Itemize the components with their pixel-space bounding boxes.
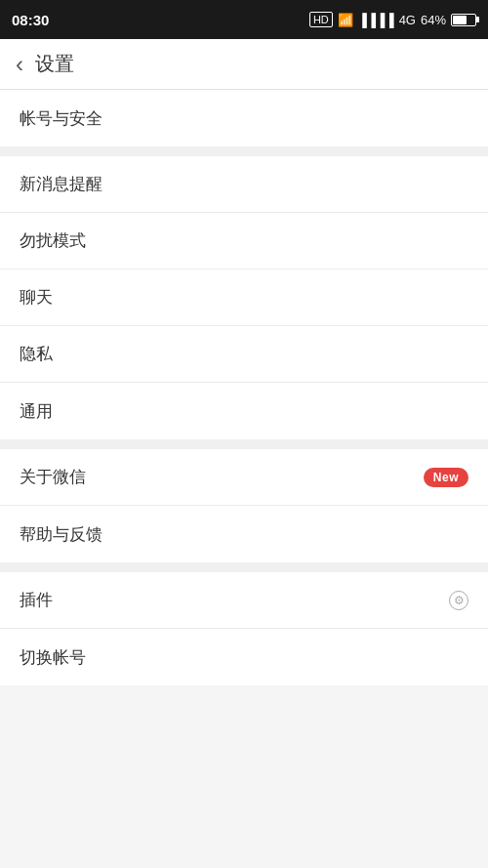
- group-separator: [0, 439, 488, 449]
- battery-percent: 64%: [421, 13, 446, 27]
- status-bar: 08:30 HD 📶 ▐▐▐▐ 4G 64%: [0, 0, 488, 39]
- settings-item-chat[interactable]: 聊天: [0, 269, 488, 326]
- settings-item-plugins[interactable]: 插件⚙: [0, 572, 488, 629]
- settings-list: 帐号与安全新消息提醒勿扰模式聊天隐私通用关于微信New帮助与反馈插件⚙切换帐号: [0, 90, 488, 685]
- settings-group-group4: 插件⚙切换帐号: [0, 572, 488, 685]
- settings-item-help-feedback[interactable]: 帮助与反馈: [0, 506, 488, 562]
- plugin-settings-icon: ⚙: [449, 591, 468, 610]
- hd-icon: HD: [309, 12, 333, 27]
- settings-item-right-plugins: ⚙: [445, 591, 468, 610]
- settings-item-label-do-not-disturb: 勿扰模式: [20, 229, 468, 252]
- settings-item-about-wechat[interactable]: 关于微信New: [0, 449, 488, 506]
- network-type: 4G: [399, 13, 416, 27]
- settings-item-label-new-message-notify: 新消息提醒: [20, 173, 468, 195]
- settings-item-label-switch-account: 切换帐号: [20, 646, 468, 669]
- status-icons: HD 📶 ▐▐▐▐ 4G 64%: [309, 12, 476, 27]
- settings-item-switch-account[interactable]: 切换帐号: [0, 629, 488, 685]
- settings-group-group1: 帐号与安全: [0, 90, 488, 146]
- settings-item-label-about-wechat: 关于微信: [20, 466, 424, 488]
- settings-item-privacy[interactable]: 隐私: [0, 326, 488, 383]
- wifi-icon: 📶: [338, 13, 353, 27]
- settings-item-label-account-security: 帐号与安全: [20, 107, 468, 130]
- new-badge: New: [424, 468, 468, 487]
- back-button[interactable]: ‹: [16, 51, 23, 78]
- settings-item-label-privacy: 隐私: [20, 343, 468, 365]
- settings-group-group3: 关于微信New帮助与反馈: [0, 449, 488, 562]
- settings-item-general[interactable]: 通用: [0, 383, 488, 439]
- battery-icon: [451, 14, 476, 26]
- settings-group-group2: 新消息提醒勿扰模式聊天隐私通用: [0, 156, 488, 439]
- settings-item-label-help-feedback: 帮助与反馈: [20, 523, 468, 546]
- status-time: 08:30: [12, 12, 49, 28]
- settings-item-label-chat: 聊天: [20, 286, 468, 309]
- page-title: 设置: [35, 51, 74, 77]
- settings-item-account-security[interactable]: 帐号与安全: [0, 90, 488, 146]
- group-separator: [0, 146, 488, 156]
- settings-item-do-not-disturb[interactable]: 勿扰模式: [0, 213, 488, 269]
- group-separator: [0, 562, 488, 572]
- settings-item-right-about-wechat: New: [424, 468, 468, 487]
- settings-item-label-general: 通用: [20, 400, 468, 423]
- signal-icon: ▐▐▐▐: [358, 13, 394, 27]
- settings-item-label-plugins: 插件: [20, 589, 445, 611]
- settings-item-new-message-notify[interactable]: 新消息提醒: [0, 156, 488, 213]
- header: ‹ 设置: [0, 39, 488, 90]
